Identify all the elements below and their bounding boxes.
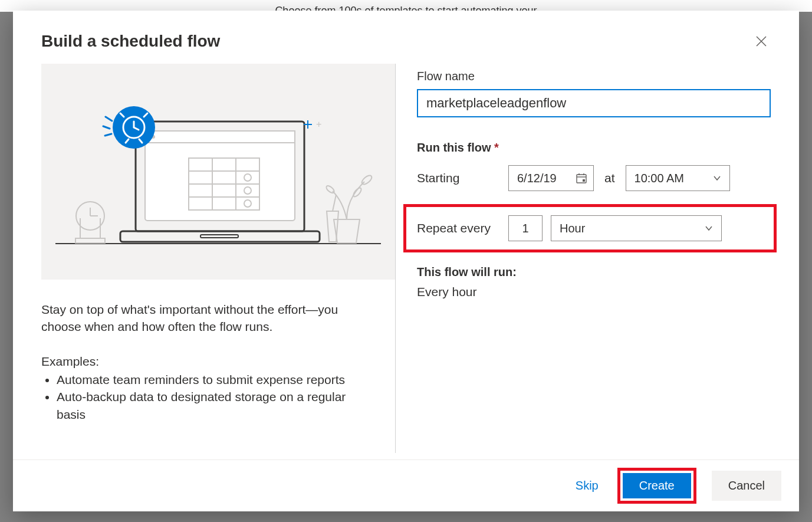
svg-line-20	[105, 134, 111, 136]
repeat-row: Repeat every Hour	[417, 215, 763, 241]
run-label-text: Run this flow	[417, 141, 491, 154]
flow-name-input[interactable]	[417, 89, 771, 117]
starting-date-value: 6/12/19	[517, 172, 557, 185]
starting-row: Starting 6/12/19 at 10:00 AM	[417, 165, 771, 191]
description-text: Stay on top of what's important without …	[41, 301, 374, 336]
summary-label: This flow will run:	[417, 265, 771, 279]
svg-line-30	[333, 195, 336, 211]
calendar-icon	[576, 172, 587, 184]
left-column: + Stay on top of what's important withou…	[41, 59, 395, 445]
repeat-interval-input[interactable]	[508, 215, 543, 241]
modal-title: Build a scheduled flow	[41, 32, 220, 51]
scheduled-flow-modal: Build a scheduled flow	[13, 11, 799, 511]
starting-time-value: 10:00 AM	[635, 172, 685, 185]
svg-rect-38	[583, 179, 585, 182]
example-item: Auto-backup data to designated storage o…	[57, 388, 374, 423]
svg-line-19	[106, 117, 112, 121]
close-icon	[755, 35, 767, 47]
chevron-down-icon	[705, 224, 713, 232]
modal-body: + Stay on top of what's important withou…	[13, 59, 799, 459]
required-asterisk: *	[494, 141, 499, 154]
repeat-unit-value: Hour	[560, 222, 585, 235]
svg-rect-5	[145, 131, 295, 143]
summary-value: Every hour	[417, 285, 771, 299]
run-this-flow-label: Run this flow *	[417, 141, 771, 155]
example-item: Automate team reminders to submit expens…	[57, 371, 374, 388]
svg-point-28	[352, 187, 363, 198]
background-teaser-text: Choose from 100s of templates to start a…	[0, 0, 812, 12]
flow-name-label: Flow name	[417, 70, 771, 83]
starting-label: Starting	[417, 171, 508, 185]
examples-label: Examples:	[41, 354, 374, 369]
repeat-highlight-box: Repeat every Hour	[403, 204, 777, 252]
examples-list: Automate team reminders to submit expens…	[41, 371, 374, 423]
at-label: at	[604, 171, 615, 185]
svg-rect-2	[120, 231, 320, 242]
svg-rect-4	[145, 131, 295, 221]
right-column: Flow name Run this flow * Starting 6/12/…	[396, 59, 771, 445]
svg-text:+: +	[316, 119, 321, 129]
scheduled-flow-illustration: +	[41, 64, 395, 280]
svg-line-18	[103, 126, 110, 129]
create-highlight-box: Create	[617, 468, 696, 504]
close-button[interactable]	[752, 32, 771, 51]
svg-point-27	[360, 174, 373, 186]
svg-point-29	[325, 185, 335, 194]
modal-footer: Skip Create Cancel	[13, 459, 799, 511]
repeat-every-label: Repeat every	[417, 221, 508, 235]
create-button[interactable]: Create	[623, 473, 691, 498]
cancel-button[interactable]: Cancel	[712, 471, 781, 501]
chevron-down-icon	[713, 174, 721, 182]
modal-header: Build a scheduled flow	[13, 11, 799, 59]
skip-button[interactable]: Skip	[565, 473, 609, 498]
svg-rect-21	[75, 238, 105, 243]
svg-rect-3	[200, 235, 238, 238]
repeat-unit-dropdown[interactable]: Hour	[551, 215, 722, 241]
starting-date-picker[interactable]: 6/12/19	[508, 165, 594, 191]
starting-time-dropdown[interactable]: 10:00 AM	[626, 165, 730, 191]
